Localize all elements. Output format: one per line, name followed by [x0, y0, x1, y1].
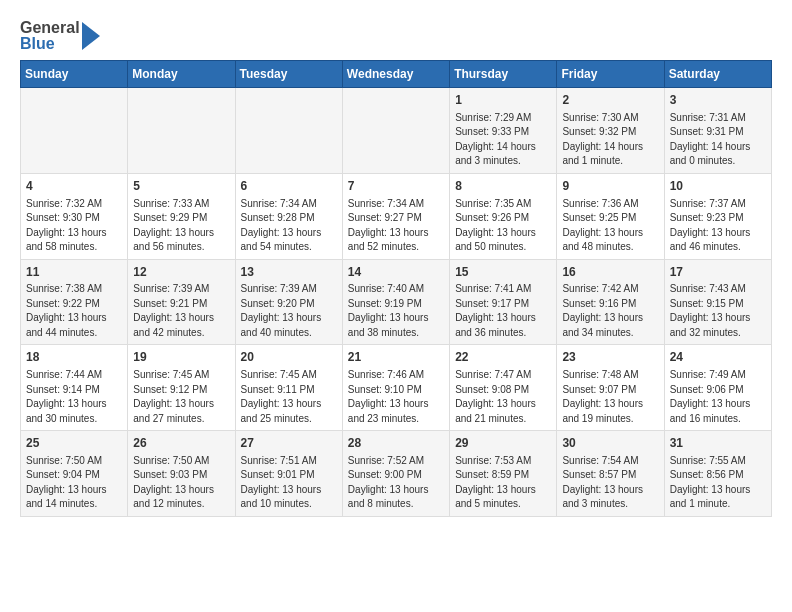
day-number: 26	[133, 435, 229, 452]
cell-content: Sunrise: 7:32 AM Sunset: 9:30 PM Dayligh…	[26, 197, 122, 255]
cell-content: Sunrise: 7:35 AM Sunset: 9:26 PM Dayligh…	[455, 197, 551, 255]
cell-content: Sunrise: 7:46 AM Sunset: 9:10 PM Dayligh…	[348, 368, 444, 426]
week-row-1: 1Sunrise: 7:29 AM Sunset: 9:33 PM Daylig…	[21, 88, 772, 174]
week-row-2: 4Sunrise: 7:32 AM Sunset: 9:30 PM Daylig…	[21, 173, 772, 259]
cell-content: Sunrise: 7:50 AM Sunset: 9:04 PM Dayligh…	[26, 454, 122, 512]
day-number: 4	[26, 178, 122, 195]
day-number: 29	[455, 435, 551, 452]
calendar-cell: 28Sunrise: 7:52 AM Sunset: 9:00 PM Dayli…	[342, 431, 449, 517]
calendar-cell: 6Sunrise: 7:34 AM Sunset: 9:28 PM Daylig…	[235, 173, 342, 259]
week-row-5: 25Sunrise: 7:50 AM Sunset: 9:04 PM Dayli…	[21, 431, 772, 517]
day-number: 16	[562, 264, 658, 281]
cell-content: Sunrise: 7:47 AM Sunset: 9:08 PM Dayligh…	[455, 368, 551, 426]
day-number: 15	[455, 264, 551, 281]
header-cell-monday: Monday	[128, 61, 235, 88]
day-number: 27	[241, 435, 337, 452]
calendar-cell	[342, 88, 449, 174]
day-number: 12	[133, 264, 229, 281]
header-cell-tuesday: Tuesday	[235, 61, 342, 88]
calendar-cell: 17Sunrise: 7:43 AM Sunset: 9:15 PM Dayli…	[664, 259, 771, 345]
calendar-cell	[128, 88, 235, 174]
cell-content: Sunrise: 7:44 AM Sunset: 9:14 PM Dayligh…	[26, 368, 122, 426]
cell-content: Sunrise: 7:42 AM Sunset: 9:16 PM Dayligh…	[562, 282, 658, 340]
day-number: 21	[348, 349, 444, 366]
cell-content: Sunrise: 7:51 AM Sunset: 9:01 PM Dayligh…	[241, 454, 337, 512]
header-cell-friday: Friday	[557, 61, 664, 88]
calendar-cell: 12Sunrise: 7:39 AM Sunset: 9:21 PM Dayli…	[128, 259, 235, 345]
calendar-cell: 26Sunrise: 7:50 AM Sunset: 9:03 PM Dayli…	[128, 431, 235, 517]
day-number: 7	[348, 178, 444, 195]
cell-content: Sunrise: 7:38 AM Sunset: 9:22 PM Dayligh…	[26, 282, 122, 340]
calendar-cell: 16Sunrise: 7:42 AM Sunset: 9:16 PM Dayli…	[557, 259, 664, 345]
cell-content: Sunrise: 7:34 AM Sunset: 9:28 PM Dayligh…	[241, 197, 337, 255]
day-number: 8	[455, 178, 551, 195]
calendar-cell: 24Sunrise: 7:49 AM Sunset: 9:06 PM Dayli…	[664, 345, 771, 431]
cell-content: Sunrise: 7:45 AM Sunset: 9:11 PM Dayligh…	[241, 368, 337, 426]
calendar-cell	[21, 88, 128, 174]
day-number: 3	[670, 92, 766, 109]
day-number: 18	[26, 349, 122, 366]
day-number: 23	[562, 349, 658, 366]
calendar-table: SundayMondayTuesdayWednesdayThursdayFrid…	[20, 60, 772, 517]
calendar-cell: 27Sunrise: 7:51 AM Sunset: 9:01 PM Dayli…	[235, 431, 342, 517]
cell-content: Sunrise: 7:39 AM Sunset: 9:20 PM Dayligh…	[241, 282, 337, 340]
cell-content: Sunrise: 7:48 AM Sunset: 9:07 PM Dayligh…	[562, 368, 658, 426]
day-number: 13	[241, 264, 337, 281]
calendar-cell: 2Sunrise: 7:30 AM Sunset: 9:32 PM Daylig…	[557, 88, 664, 174]
cell-content: Sunrise: 7:41 AM Sunset: 9:17 PM Dayligh…	[455, 282, 551, 340]
cell-content: Sunrise: 7:45 AM Sunset: 9:12 PM Dayligh…	[133, 368, 229, 426]
day-number: 17	[670, 264, 766, 281]
calendar-cell: 15Sunrise: 7:41 AM Sunset: 9:17 PM Dayli…	[450, 259, 557, 345]
cell-content: Sunrise: 7:33 AM Sunset: 9:29 PM Dayligh…	[133, 197, 229, 255]
day-number: 6	[241, 178, 337, 195]
day-number: 11	[26, 264, 122, 281]
day-number: 10	[670, 178, 766, 195]
day-number: 5	[133, 178, 229, 195]
calendar-cell: 7Sunrise: 7:34 AM Sunset: 9:27 PM Daylig…	[342, 173, 449, 259]
calendar-cell: 9Sunrise: 7:36 AM Sunset: 9:25 PM Daylig…	[557, 173, 664, 259]
logo-arrow-icon	[82, 22, 100, 50]
logo-blue: Blue	[20, 36, 80, 52]
calendar-cell: 1Sunrise: 7:29 AM Sunset: 9:33 PM Daylig…	[450, 88, 557, 174]
header-cell-thursday: Thursday	[450, 61, 557, 88]
calendar-header: SundayMondayTuesdayWednesdayThursdayFrid…	[21, 61, 772, 88]
cell-content: Sunrise: 7:50 AM Sunset: 9:03 PM Dayligh…	[133, 454, 229, 512]
calendar-cell: 11Sunrise: 7:38 AM Sunset: 9:22 PM Dayli…	[21, 259, 128, 345]
cell-content: Sunrise: 7:36 AM Sunset: 9:25 PM Dayligh…	[562, 197, 658, 255]
cell-content: Sunrise: 7:43 AM Sunset: 9:15 PM Dayligh…	[670, 282, 766, 340]
header: General Blue	[20, 20, 772, 52]
calendar-cell: 14Sunrise: 7:40 AM Sunset: 9:19 PM Dayli…	[342, 259, 449, 345]
day-number: 20	[241, 349, 337, 366]
calendar-cell: 19Sunrise: 7:45 AM Sunset: 9:12 PM Dayli…	[128, 345, 235, 431]
calendar-cell: 30Sunrise: 7:54 AM Sunset: 8:57 PM Dayli…	[557, 431, 664, 517]
cell-content: Sunrise: 7:37 AM Sunset: 9:23 PM Dayligh…	[670, 197, 766, 255]
cell-content: Sunrise: 7:55 AM Sunset: 8:56 PM Dayligh…	[670, 454, 766, 512]
day-number: 22	[455, 349, 551, 366]
header-cell-wednesday: Wednesday	[342, 61, 449, 88]
day-number: 1	[455, 92, 551, 109]
day-number: 25	[26, 435, 122, 452]
cell-content: Sunrise: 7:34 AM Sunset: 9:27 PM Dayligh…	[348, 197, 444, 255]
cell-content: Sunrise: 7:53 AM Sunset: 8:59 PM Dayligh…	[455, 454, 551, 512]
week-row-3: 11Sunrise: 7:38 AM Sunset: 9:22 PM Dayli…	[21, 259, 772, 345]
cell-content: Sunrise: 7:49 AM Sunset: 9:06 PM Dayligh…	[670, 368, 766, 426]
day-number: 14	[348, 264, 444, 281]
calendar-cell: 20Sunrise: 7:45 AM Sunset: 9:11 PM Dayli…	[235, 345, 342, 431]
header-cell-saturday: Saturday	[664, 61, 771, 88]
cell-content: Sunrise: 7:40 AM Sunset: 9:19 PM Dayligh…	[348, 282, 444, 340]
calendar-cell: 21Sunrise: 7:46 AM Sunset: 9:10 PM Dayli…	[342, 345, 449, 431]
calendar-body: 1Sunrise: 7:29 AM Sunset: 9:33 PM Daylig…	[21, 88, 772, 517]
calendar-cell: 31Sunrise: 7:55 AM Sunset: 8:56 PM Dayli…	[664, 431, 771, 517]
day-number: 9	[562, 178, 658, 195]
day-number: 28	[348, 435, 444, 452]
calendar-cell: 23Sunrise: 7:48 AM Sunset: 9:07 PM Dayli…	[557, 345, 664, 431]
calendar-cell: 3Sunrise: 7:31 AM Sunset: 9:31 PM Daylig…	[664, 88, 771, 174]
header-cell-sunday: Sunday	[21, 61, 128, 88]
logo-general: General	[20, 20, 80, 36]
day-number: 30	[562, 435, 658, 452]
cell-content: Sunrise: 7:54 AM Sunset: 8:57 PM Dayligh…	[562, 454, 658, 512]
calendar-cell: 10Sunrise: 7:37 AM Sunset: 9:23 PM Dayli…	[664, 173, 771, 259]
cell-content: Sunrise: 7:39 AM Sunset: 9:21 PM Dayligh…	[133, 282, 229, 340]
day-number: 24	[670, 349, 766, 366]
calendar-cell: 25Sunrise: 7:50 AM Sunset: 9:04 PM Dayli…	[21, 431, 128, 517]
